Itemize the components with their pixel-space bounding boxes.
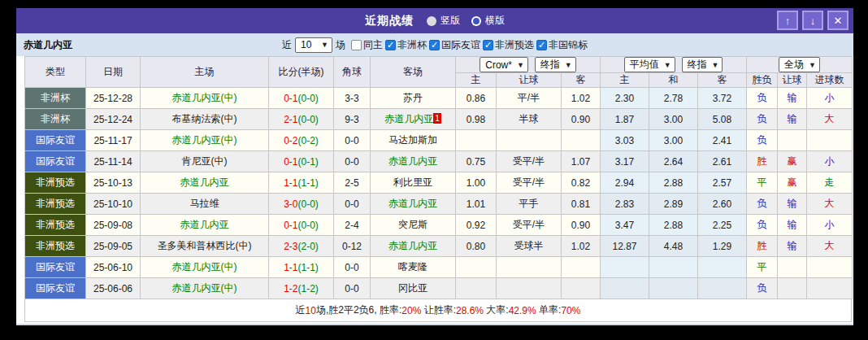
halftime-score: (1-1) bbox=[298, 177, 319, 189]
table-row[interactable]: 非洲预选25-10-13赤道几内亚1-1(1-1)2-5利比里亚1.00受平/半… bbox=[25, 172, 853, 194]
checkbox-label: 非国锦标 bbox=[549, 38, 588, 52]
avg-away-cell: 2.25 bbox=[698, 215, 747, 236]
corner-cell: 0-12 bbox=[334, 236, 371, 257]
home-odds-cell bbox=[456, 278, 497, 299]
halftime-score: (1-1) bbox=[298, 262, 319, 273]
home-odds-cell: 0.75 bbox=[456, 151, 497, 172]
score-cell: 0-1(0-0) bbox=[269, 215, 334, 236]
goals-result-cell: 大 bbox=[807, 194, 853, 215]
handicap-cell: 受球半 bbox=[497, 236, 562, 257]
radio-icon bbox=[427, 16, 436, 26]
bookmaker-final-select[interactable]: 终指 ▼ bbox=[535, 57, 576, 72]
table-row[interactable]: 非洲预选25-09-08赤道几内亚0-1(0-0)2-4突尼斯0.92受平/半0… bbox=[25, 215, 853, 236]
avg-home-cell bbox=[601, 257, 649, 278]
close-icon: ✕ bbox=[834, 15, 843, 27]
avg-home-cell bbox=[601, 278, 649, 299]
checkbox-africa-qualifier[interactable]: ✓非洲预选 bbox=[483, 38, 534, 52]
home-team-cell: 赤道几内亚(中) bbox=[141, 130, 269, 151]
header-date: 日期 bbox=[86, 57, 141, 88]
chevron-down-icon: ▼ bbox=[517, 61, 524, 69]
away-team-cell: 赤道几内亚 bbox=[371, 151, 456, 172]
table-row[interactable]: 非洲预选25-09-05圣多美和普林西比(中)2-3(2-0)0-12赤道几内亚… bbox=[25, 236, 853, 257]
fulltime-score: 0-1 bbox=[284, 93, 297, 104]
checkbox-africa-championship[interactable]: ✓非国锦标 bbox=[536, 38, 588, 52]
wdl-result-cell: 平 bbox=[747, 257, 778, 278]
avg-away-cell: 2.60 bbox=[698, 194, 747, 215]
recent-count-select[interactable]: 10 ▼ bbox=[295, 37, 332, 53]
home-odds-cell: 0.86 bbox=[456, 88, 497, 109]
away-odds-cell bbox=[562, 257, 601, 278]
avg-away-cell bbox=[698, 257, 747, 278]
handicap-cell: 平手 bbox=[497, 194, 562, 215]
date-cell: 25-11-17 bbox=[86, 130, 141, 151]
table-row[interactable]: 国际友谊25-11-14肯尼亚(中)0-1(0-1)0-0赤道几内亚0.75受平… bbox=[25, 151, 853, 172]
move-up-button[interactable]: ↑ bbox=[777, 11, 798, 30]
table-row[interactable]: 国际友谊25-06-10赤道几内亚(中)1-1(1-1)0-0喀麦隆平 bbox=[25, 257, 853, 278]
table-row[interactable]: 国际友谊25-11-17赤道几内亚(中)0-2(0-2)0-0马达加斯加3.03… bbox=[25, 130, 853, 151]
home-odds-cell: 1.00 bbox=[456, 172, 497, 194]
avg-draw-cell bbox=[649, 278, 698, 299]
away-team-cell: 马达加斯加 bbox=[371, 130, 456, 151]
chevron-down-icon: ▼ bbox=[809, 61, 816, 69]
bookmaker-final-value: 终指 bbox=[540, 58, 560, 72]
away-team-cell: 突尼斯 bbox=[371, 215, 456, 236]
header-corner: 角球 bbox=[334, 57, 371, 88]
type-cell: 非洲预选 bbox=[25, 236, 86, 257]
handicap-result-cell: 赢 bbox=[778, 172, 807, 194]
away-odds-cell bbox=[562, 130, 601, 151]
type-cell: 国际友谊 bbox=[25, 130, 86, 151]
avg-home-cell: 2.83 bbox=[601, 194, 649, 215]
away-team-cell: 喀麦隆 bbox=[371, 257, 456, 278]
checkbox-same-home[interactable]: 同主 bbox=[351, 38, 383, 52]
fulltime-score: 0-1 bbox=[284, 156, 297, 168]
average-final-select[interactable]: 终指 ▼ bbox=[682, 57, 723, 72]
corner-cell: 0-0 bbox=[334, 257, 371, 278]
checkbox-empty-icon bbox=[351, 40, 362, 50]
type-cell: 非洲预选 bbox=[25, 215, 86, 236]
date-cell: 25-12-24 bbox=[86, 109, 141, 130]
summary-segment: 近 bbox=[296, 303, 306, 317]
table-row[interactable]: 非洲杯25-12-24布基纳法索(中)2-1(0-0)9-3赤道几内亚10.98… bbox=[25, 109, 853, 130]
bookmaker-select[interactable]: Crow* ▼ bbox=[480, 57, 528, 72]
score-cell: 0-1(0-0) bbox=[269, 88, 334, 109]
goals-result-cell: 小 bbox=[807, 88, 853, 109]
summary-segment: 单率: bbox=[536, 303, 562, 317]
avg-draw-cell: 2.89 bbox=[649, 194, 698, 215]
avg-home-cell: 12.87 bbox=[601, 236, 649, 257]
radio-horizontal[interactable]: 横版 bbox=[471, 14, 505, 28]
checkbox-intl-friendly[interactable]: ✓国际友谊 bbox=[429, 38, 480, 52]
header-average-group: 平均值 ▼ 终指 ▼ bbox=[601, 57, 747, 73]
date-cell: 25-06-10 bbox=[86, 257, 141, 278]
page-title: 近期战绩 bbox=[365, 14, 414, 28]
goals-result-cell bbox=[807, 278, 853, 299]
wdl-result-cell: 负 bbox=[747, 194, 778, 215]
up-arrow-icon: ↑ bbox=[785, 15, 791, 27]
radio-vertical[interactable]: 竖版 bbox=[427, 14, 460, 28]
home-team-cell: 赤道几内亚 bbox=[141, 215, 269, 236]
scope-select[interactable]: 全场 ▼ bbox=[779, 57, 820, 72]
subheader-odds-away: 客 bbox=[562, 73, 601, 88]
subheader-avg-away: 客 bbox=[698, 73, 747, 88]
avg-away-cell: 2.61 bbox=[698, 151, 747, 172]
header-away: 客场 bbox=[371, 57, 456, 88]
checkbox-group: 同主✓非洲杯✓国际友谊✓非洲预选✓非国锦标 bbox=[349, 38, 588, 52]
move-down-button[interactable]: ↓ bbox=[802, 11, 823, 30]
subheader-handicap: 让球 bbox=[497, 73, 562, 88]
away-team-cell: 赤道几内亚1 bbox=[371, 109, 456, 130]
corner-cell: 2-5 bbox=[334, 172, 371, 194]
avg-away-cell: 2.57 bbox=[698, 172, 747, 194]
close-button[interactable]: ✕ bbox=[827, 11, 848, 30]
handicap-result-cell: 输 bbox=[778, 88, 807, 109]
table-row[interactable]: 国际友谊25-06-06赤道几内亚(中)1-2(1-2)0-0冈比亚负 bbox=[25, 278, 853, 299]
corner-cell: 0-0 bbox=[334, 194, 371, 215]
checkbox-africa-cup[interactable]: ✓非洲杯 bbox=[385, 38, 427, 52]
checkbox-label: 非洲杯 bbox=[397, 38, 427, 52]
results-tbody: 非洲杯25-12-28赤道几内亚(中)0-1(0-0)3-3苏丹0.86平/半1… bbox=[25, 88, 853, 299]
table-row[interactable]: 非洲预选25-10-10马拉维3-0(0-0)0-0赤道几内亚1.01平手0.8… bbox=[25, 194, 853, 215]
average-select[interactable]: 平均值 ▼ bbox=[624, 57, 675, 72]
score-cell: 2-3(2-0) bbox=[269, 236, 334, 257]
red-card-badge: 1 bbox=[433, 113, 441, 124]
table-row[interactable]: 非洲杯25-12-28赤道几内亚(中)0-1(0-0)3-3苏丹0.86平/半1… bbox=[25, 88, 853, 109]
subheader-odds-home: 主 bbox=[456, 73, 497, 88]
avg-away-cell: 2.41 bbox=[698, 130, 747, 151]
